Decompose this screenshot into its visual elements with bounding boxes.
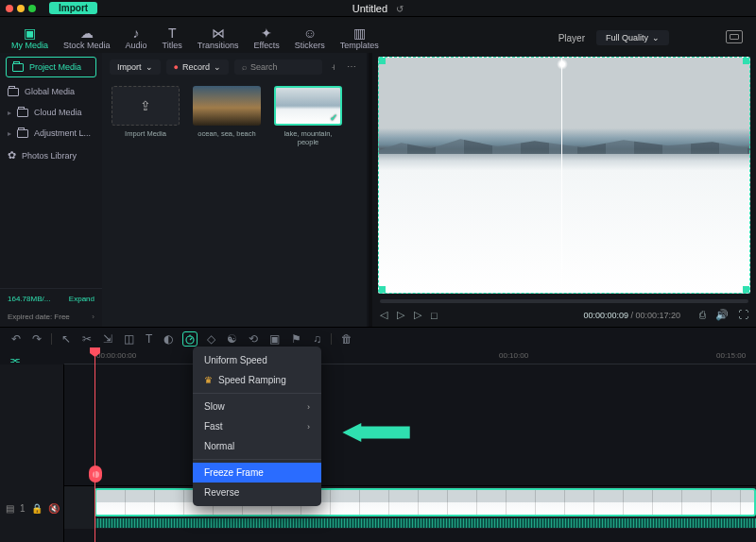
mask-icon[interactable]: ☯ [225,330,239,347]
search-input[interactable]: ⌕ Search [234,59,322,75]
stop-button[interactable]: □ [431,310,438,321]
resize-handle-icon[interactable] [743,286,750,294]
cursor-icon[interactable]: ↖ [60,330,73,347]
tab-label: Transitions [198,41,239,50]
media-toolbar: Import ⌄ ● Record ⌄ ⌕ Search ⫞ ⋯ [102,53,367,80]
fullscreen-icon[interactable]: ⛶ [738,309,748,321]
timeline-ruler[interactable]: 00:00:00:00 00:05:00 00:10:00 00:15:00 [64,349,756,364]
keyframe-icon[interactable]: ◇ [205,330,217,347]
thumb-label: ocean, sea, beach [198,129,255,138]
import-media-thumb[interactable]: ⇪ [112,86,180,126]
import-media-card[interactable]: ⇪ Import Media [112,86,180,146]
text-icon[interactable]: T [144,330,154,347]
sidenav-photos-library[interactable]: ✿ Photos Library [0,144,102,167]
volume-icon[interactable]: 🔊 [715,309,729,321]
resize-handle-icon[interactable] [378,57,386,64]
lock-icon[interactable]: 🔒 [31,503,43,514]
media-panel: Project Media Global Media ▸ Cloud Media… [0,53,367,327]
effects-icon: ✦ [261,25,272,41]
playback-quality-select[interactable]: Full Quality ⌄ [596,30,669,45]
player-scrubber[interactable] [380,299,748,303]
cut-icon[interactable]: ✂ [80,330,94,347]
playhead[interactable] [94,349,95,542]
menu-freeze-frame[interactable]: Freeze Frame [193,463,321,483]
clip-card-ocean[interactable]: ocean, sea, beach [193,86,261,146]
tab-my-media[interactable]: ▣ My Media [4,24,56,53]
color-icon[interactable]: ◐ [162,330,175,347]
marker-icon[interactable]: ⚑ [289,330,303,347]
undo-icon[interactable]: ↶ [9,330,23,347]
track-stack-icon[interactable]: ▤ [6,503,14,514]
redo-icon[interactable]: ↷ [30,330,43,347]
menu-label: Uniform Speed [204,355,267,365]
step-back-button[interactable]: ◁ [380,309,387,321]
tab-effects[interactable]: ✦ Effects [246,24,286,53]
resize-handle-icon[interactable] [743,57,750,64]
step-fwd-button[interactable]: ▷ [397,309,404,321]
mute-icon[interactable]: 🔇 [48,503,60,514]
folder-icon [12,63,24,72]
time-current: 00:00:00:09 [583,311,628,320]
tab-label: My Media [11,41,48,50]
quota-used: 164.78MB/... [8,295,50,303]
speed-icon[interactable] [182,331,198,347]
audio-icon-2[interactable]: ♫ [311,330,323,347]
record-dropdown[interactable]: ● Record ⌄ [166,59,229,75]
sidenav-label: Project Media [29,62,81,72]
tab-audio[interactable]: ♪ Audio [118,24,155,53]
video-track: 1.00 x [64,485,756,529]
import-dropdown[interactable]: Import ⌄ [110,59,161,75]
motion-icon[interactable]: ⟲ [247,330,260,347]
delete-icon[interactable]: 🗑 [339,330,354,347]
filter-icon[interactable]: ⫞ [328,59,338,75]
sidenav-cloud-media[interactable]: ▸ Cloud Media [0,102,102,123]
resize-handle-icon[interactable] [378,286,386,294]
menu-normal[interactable]: Normal [193,436,321,456]
preview-image [379,135,749,154]
tab-templates[interactable]: ▥ Templates [333,24,387,53]
track-header: ▤ 1 🔒 🔇 👁 [0,364,64,542]
tab-titles[interactable]: T Titles [155,24,190,53]
tab-stickers[interactable]: ☺ Stickers [287,24,333,53]
search-placeholder: Search [250,62,278,72]
group-icon[interactable]: ▣ [267,330,282,347]
more-icon[interactable]: ⋯ [344,59,359,75]
menu-fast[interactable]: Fast › [193,416,321,436]
cloud-quota[interactable]: 164.78MB/... Expand [0,288,102,309]
menu-speed-ramping[interactable]: ♛ Speed Ramping [193,370,321,390]
tab-transitions[interactable]: ⋈ Transitions [190,24,247,53]
document-title: Untitled ↺ [0,3,756,14]
crown-icon: ♛ [204,375,213,385]
sidenav-project-media[interactable]: Project Media [6,57,96,77]
menu-uniform-speed[interactable]: Uniform Speed [193,350,321,370]
ruler-tick: 00:15:00 [716,351,746,360]
crop-icon[interactable]: ◫ [122,330,136,347]
chevron-down-icon: ⌄ [214,62,221,72]
cut-marker-icon[interactable] [89,466,102,483]
audio-waveform[interactable] [94,518,756,528]
clip-thumb[interactable] [193,86,261,126]
ripple-icon[interactable]: ⇲ [101,330,114,347]
menu-label: Normal [204,441,234,451]
chevron-right-icon[interactable]: › [92,313,94,321]
menu-slow[interactable]: Slow › [193,397,321,416]
sidenav-label: Photos Library [22,151,77,161]
play-button[interactable]: ▷ [414,309,421,321]
menu-label: Freeze Frame [204,467,264,478]
sidenav-global-media[interactable]: Global Media [0,81,102,102]
menu-reverse[interactable]: Reverse [193,483,321,502]
track-index: 1 [20,503,26,514]
ruler-tick: 00:10:00 [499,351,528,360]
clip-thumb-selected[interactable] [274,86,342,126]
timeline-area: ⫘ 00:00:00:00 00:05:00 00:10:00 00:15:00… [0,349,756,542]
sidenav-adjustment-layers[interactable]: ▸ Adjustment L... [0,123,102,144]
snapshot-icon[interactable] [726,30,743,43]
gear-icon: ✿ [8,149,16,161]
upload-icon: ⇪ [140,98,151,113]
tab-stock-media[interactable]: ☁ Stock Media [56,24,118,53]
camera-icon[interactable]: ⎙ [699,309,706,321]
player-viewport[interactable] [378,57,750,294]
history-icon[interactable]: ↺ [396,4,404,14]
clip-card-lake[interactable]: lake, mountain, people [274,86,342,146]
expand-link[interactable]: Expand [69,295,94,303]
